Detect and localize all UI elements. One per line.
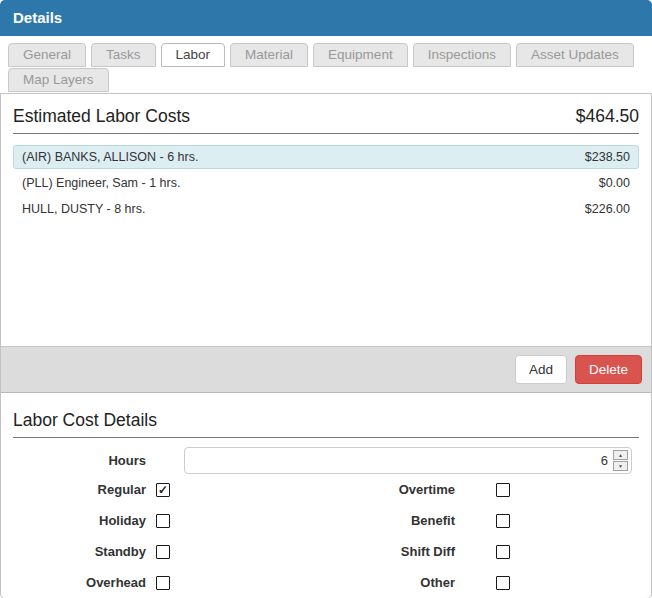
tab-inspections[interactable]: Inspections [413, 43, 511, 67]
details-window: Details GeneralTasksLaborMaterialEquipme… [0, 0, 652, 598]
hours-label: Hours [13, 453, 146, 468]
checkbox-row: OverheadOther [13, 567, 639, 598]
add-button[interactable]: Add [515, 355, 567, 384]
shift-diff-label: Shift Diff [170, 544, 455, 559]
hours-value: 6 [601, 448, 608, 473]
labor-cost-details-heading: Labor Cost Details [13, 410, 639, 431]
standby-checkbox[interactable] [156, 545, 170, 559]
overhead-label: Overhead [13, 575, 146, 590]
benefit-label: Benefit [170, 513, 455, 528]
shift-diff-checkbox[interactable] [496, 545, 510, 559]
hours-spinner: ▲ ▼ [613, 450, 628, 471]
overtime-checkbox[interactable] [496, 483, 510, 497]
labor-row-amount: $226.00 [585, 202, 630, 216]
overtime-label: Overtime [170, 482, 455, 497]
labor-cost-list: (AIR) BANKS, ALLISON - 6 hrs.$238.50(PLL… [13, 145, 639, 221]
checkbox-row: Regular✓Overtime [13, 474, 639, 505]
labor-row-name: (PLL) Engineer, Sam - 1 hrs. [22, 176, 180, 190]
tab-labor[interactable]: Labor [161, 43, 226, 67]
delete-button[interactable]: Delete [575, 355, 642, 384]
estimated-labor-costs-title: Estimated Labor Costs [13, 106, 190, 127]
tab-map-layers[interactable]: Map Layers [8, 68, 109, 92]
checkbox-row: HolidayBenefit [13, 505, 639, 536]
tab-row-1: GeneralTasksLaborMaterialEquipmentInspec… [8, 43, 652, 68]
labor-row-amount: $0.00 [599, 176, 630, 190]
list-action-bar: Add Delete [1, 346, 651, 393]
holiday-checkbox[interactable] [156, 514, 170, 528]
tab-equipment[interactable]: Equipment [313, 43, 408, 67]
tab-material[interactable]: Material [230, 43, 308, 67]
standby-label: Standby [13, 544, 146, 559]
holiday-label: Holiday [13, 513, 146, 528]
window-title: Details [0, 0, 652, 36]
labor-row[interactable]: (AIR) BANKS, ALLISON - 6 hrs.$238.50 [13, 145, 639, 169]
heading-divider [13, 437, 639, 438]
checkbox-grid: Regular✓OvertimeHolidayBenefitStandbyShi… [13, 474, 639, 598]
labor-panel: Estimated Labor Costs $464.50 (AIR) BANK… [0, 93, 652, 598]
tab-bar: GeneralTasksLaborMaterialEquipmentInspec… [0, 36, 652, 93]
estimated-labor-costs-total: $464.50 [576, 106, 639, 127]
checkbox-row: StandbyShift Diff [13, 536, 639, 567]
tab-general[interactable]: General [8, 43, 86, 67]
regular-label: Regular [13, 482, 146, 497]
benefit-checkbox[interactable] [496, 514, 510, 528]
heading-divider [13, 133, 639, 134]
overhead-checkbox[interactable] [156, 576, 170, 590]
hours-row: Hours 6 ▲ ▼ [13, 447, 639, 474]
labor-row-amount: $238.50 [585, 150, 630, 164]
other-label: Other [170, 575, 455, 590]
estimated-labor-costs-heading: Estimated Labor Costs $464.50 [13, 106, 639, 127]
tab-row-2: Map Layers [8, 68, 652, 93]
spinner-down-icon[interactable]: ▼ [613, 461, 628, 471]
tab-tasks[interactable]: Tasks [91, 43, 156, 67]
spinner-up-icon[interactable]: ▲ [613, 450, 628, 460]
regular-checkbox[interactable]: ✓ [156, 483, 170, 497]
labor-cost-details-title: Labor Cost Details [13, 410, 157, 431]
labor-cost-details-section: Labor Cost Details Hours 6 ▲ ▼ Regular✓O… [1, 393, 651, 598]
labor-row[interactable]: (PLL) Engineer, Sam - 1 hrs.$0.00 [13, 171, 639, 195]
labor-row-name: HULL, DUSTY - 8 hrs. [22, 202, 145, 216]
labor-row-name: (AIR) BANKS, ALLISON - 6 hrs. [22, 150, 198, 164]
other-checkbox[interactable] [496, 576, 510, 590]
labor-row[interactable]: HULL, DUSTY - 8 hrs.$226.00 [13, 197, 639, 221]
tab-asset-updates[interactable]: Asset Updates [516, 43, 634, 67]
estimated-labor-costs-section: Estimated Labor Costs $464.50 (AIR) BANK… [1, 94, 651, 346]
hours-input[interactable]: 6 ▲ ▼ [184, 447, 632, 474]
